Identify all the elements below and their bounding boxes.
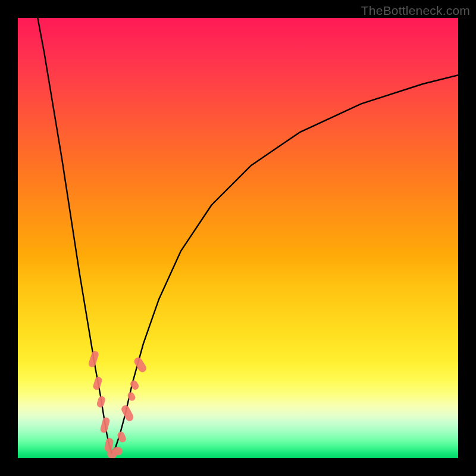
curve-group <box>37 18 458 453</box>
watermark-text: TheBottleneck.com <box>361 4 470 18</box>
data-marker <box>92 376 103 391</box>
data-marker <box>120 404 135 422</box>
bottleneck-curve-right <box>112 75 458 453</box>
bottleneck-curve-left <box>37 18 111 453</box>
data-marker <box>96 395 106 408</box>
data-marker <box>112 447 123 455</box>
data-marker <box>87 350 99 368</box>
data-marker <box>99 416 110 434</box>
data-marker <box>133 356 148 374</box>
plot-area <box>18 18 458 458</box>
chart-container: TheBottleneck.com <box>0 0 476 476</box>
curve-svg <box>18 18 458 458</box>
